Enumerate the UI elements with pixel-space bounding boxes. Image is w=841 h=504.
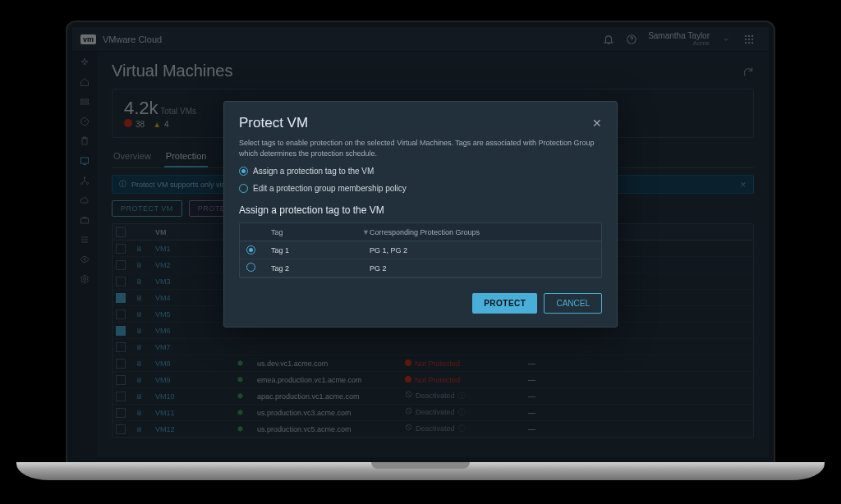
col-protection-groups[interactable]: Corresponding Protection Groups (370, 228, 595, 236)
filter-icon[interactable]: ▼ (362, 228, 370, 236)
cancel-button[interactable]: CANCEL (544, 293, 602, 314)
modal-backdrop[interactable]: Protect VM ✕ Select tags to enable prote… (72, 27, 769, 457)
protect-vm-modal: Protect VM ✕ Select tags to enable prote… (223, 101, 618, 328)
tag-table: Tag ▼ Corresponding Protection Groups Ta… (239, 222, 602, 278)
tag-label: Tag 2 (271, 264, 370, 273)
tag-radio[interactable] (246, 245, 255, 254)
modal-title: Protect VM (239, 115, 308, 131)
modal-subhead: Assign a protection tag to the VM (239, 204, 602, 216)
modal-close-icon[interactable]: ✕ (592, 117, 602, 130)
tag-row[interactable]: Tag 2PG 2 (240, 259, 601, 277)
radio-edit-policy[interactable]: Edit a protection group membership polic… (239, 184, 602, 193)
tag-row[interactable]: Tag 1PG 1, PG 2 (240, 241, 601, 259)
radio-icon (239, 184, 248, 193)
tag-protection-groups: PG 2 (370, 264, 595, 273)
tag-label: Tag 1 (271, 246, 370, 254)
tag-protection-groups: PG 1, PG 2 (370, 246, 595, 254)
protect-button[interactable]: PROTECT (472, 293, 537, 314)
app-screen: vm VMware Cloud Samantha Taylor Acme (72, 27, 769, 457)
laptop-notch (371, 462, 470, 469)
laptop-frame: vm VMware Cloud Samantha Taylor Acme (66, 21, 775, 464)
modal-description: Select tags to enable protection on the … (239, 138, 602, 158)
tag-radio[interactable] (246, 263, 255, 272)
radio-assign-tag[interactable]: Assign a protection tag to the VM (239, 167, 602, 176)
radio-icon (239, 167, 248, 176)
col-tag[interactable]: Tag ▼ (271, 228, 370, 236)
